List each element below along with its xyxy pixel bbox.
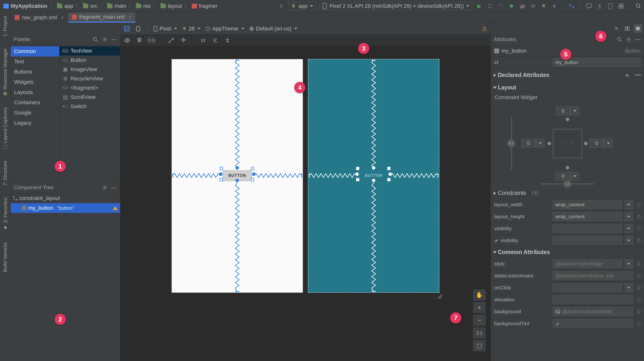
- cw-bottom-dd[interactable]: [570, 172, 579, 180]
- coverage-icon[interactable]: [540, 2, 547, 10]
- api-select[interactable]: 28: [182, 26, 200, 32]
- cw-top-dd[interactable]: [570, 106, 579, 115]
- attr-indicator-icon[interactable]: [637, 239, 640, 242]
- breadcrumb-res[interactable]: res: [134, 3, 152, 9]
- backgroundtint-input[interactable]: [553, 319, 633, 328]
- code-view-icon[interactable]: ≡: [612, 24, 620, 33]
- search-everywhere-icon[interactable]: [635, 2, 642, 10]
- cw-vrail[interactable]: [511, 117, 512, 170]
- dropdown-icon[interactable]: [624, 212, 633, 221]
- palette-cat-containers[interactable]: Containers: [11, 98, 59, 108]
- palette-item-textview[interactable]: AbTextView: [60, 46, 120, 56]
- attr-indicator-icon[interactable]: [637, 227, 640, 230]
- blueprint-surface[interactable]: BUTTON: [308, 59, 440, 293]
- breadcrumb-file[interactable]: fragmer: [190, 3, 219, 9]
- section-layout[interactable]: Layout: [491, 82, 644, 93]
- attr-indicator-icon[interactable]: [637, 322, 640, 325]
- apply-changes-icon[interactable]: [486, 2, 494, 10]
- run-config-device[interactable]: Pixel 2 XL API 28 (minSdk(API 29) > devi…: [320, 2, 472, 10]
- design-surface[interactable]: BUTTON: [172, 59, 303, 293]
- palette-item-scrollview[interactable]: ▤ScrollView: [60, 92, 120, 102]
- palette-item-fragment[interactable]: <><fragment>: [60, 83, 120, 92]
- layout-height-input[interactable]: wrap_content: [553, 212, 622, 221]
- layout-inspector-icon[interactable]: [618, 2, 625, 10]
- elevation-input[interactable]: [553, 295, 633, 304]
- zoom-frame-button[interactable]: ▢: [473, 340, 486, 351]
- gear-icon[interactable]: [102, 36, 108, 43]
- magnet-icon[interactable]: [136, 37, 143, 44]
- breadcrumb-root[interactable]: MyApplication: [2, 3, 49, 9]
- toolwin-resource-manager[interactable]: Resource Manager: [2, 46, 8, 98]
- pack-icon[interactable]: [200, 37, 206, 44]
- search-icon[interactable]: [616, 36, 622, 43]
- cw-box[interactable]: 》 《: [553, 129, 582, 158]
- cw-left-dd[interactable]: [536, 139, 544, 148]
- layout-width-input[interactable]: wrap_content: [553, 200, 622, 209]
- handle-top[interactable]: [372, 166, 375, 170]
- minimize-icon[interactable]: —: [635, 36, 641, 43]
- section-declared[interactable]: Declared Attributes ＋—: [491, 68, 644, 82]
- cw-right-margin[interactable]: 0: [590, 139, 604, 148]
- attr-indicator-icon[interactable]: [637, 274, 640, 278]
- handle-right[interactable]: [388, 172, 392, 176]
- avd-manager-icon[interactable]: [585, 2, 592, 10]
- cw-right-dd[interactable]: [604, 139, 613, 148]
- resize-tl[interactable]: [220, 167, 223, 170]
- palette-cat-widgets[interactable]: Widgets: [11, 77, 59, 87]
- guideline-icon[interactable]: [224, 37, 231, 44]
- gear-icon[interactable]: [626, 36, 632, 43]
- handle-bottom[interactable]: [236, 179, 239, 182]
- minimize-icon[interactable]: —: [111, 184, 117, 191]
- attr-indicator-icon[interactable]: [637, 262, 640, 266]
- resize-bl[interactable]: [220, 178, 223, 181]
- breadcrumb-main[interactable]: main: [106, 3, 128, 9]
- theme-select[interactable]: AppTheme: [205, 26, 244, 32]
- add-icon[interactable]: ＋: [624, 71, 630, 80]
- cw-bottom-dot[interactable]: [566, 166, 569, 169]
- close-icon[interactable]: ×: [61, 15, 64, 20]
- cw-top-margin[interactable]: 0: [556, 106, 570, 115]
- dropdown-icon[interactable]: [624, 236, 633, 245]
- onclick-input[interactable]: [553, 283, 622, 292]
- palette-item-switch[interactable]: •○Switch: [60, 102, 120, 111]
- resize-bl[interactable]: [356, 178, 359, 181]
- attach-debugger-icon[interactable]: [529, 2, 536, 10]
- dropdown-icon[interactable]: [624, 283, 633, 292]
- design-canvas[interactable]: BUTTON BUTTON: [120, 46, 490, 361]
- section-constraints[interactable]: Constraints (4): [491, 187, 644, 199]
- attr-indicator-icon[interactable]: [637, 310, 640, 313]
- toolwin-layout-captures[interactable]: Layout Captures: [2, 105, 8, 152]
- align-icon[interactable]: [212, 37, 219, 44]
- palette-cat-text[interactable]: Text: [11, 56, 59, 67]
- surface-resize-icon[interactable]: [436, 293, 443, 300]
- sdk-manager-icon[interactable]: [596, 2, 603, 10]
- warning-icon[interactable]: [113, 206, 118, 210]
- orientation-icon[interactable]: [135, 26, 141, 32]
- cw-hrail[interactable]: [541, 184, 594, 184]
- stop-icon[interactable]: ■: [551, 2, 558, 10]
- tools-visibility-input[interactable]: [553, 236, 622, 245]
- infer-constraints-icon[interactable]: [180, 37, 187, 44]
- default-margin[interactable]: 0dp: [148, 37, 155, 44]
- warning-icon[interactable]: ⚠: [482, 25, 487, 32]
- dropdown-icon[interactable]: [624, 224, 633, 233]
- run-config-module[interactable]: app: [288, 2, 316, 10]
- attr-indicator-icon[interactable]: [637, 286, 640, 290]
- palette-item-imageview[interactable]: ▣ImageView: [60, 65, 120, 74]
- palette-cat-legacy[interactable]: Legacy: [11, 118, 59, 128]
- resize-br[interactable]: [387, 178, 390, 181]
- handle-left[interactable]: [355, 172, 359, 176]
- zoom-in-button[interactable]: +: [473, 302, 486, 313]
- breadcrumb-layout[interactable]: layout: [159, 3, 184, 9]
- close-icon[interactable]: ×: [128, 14, 132, 20]
- profiler-icon[interactable]: [518, 2, 526, 10]
- breadcrumb-src[interactable]: src: [82, 3, 99, 9]
- surface-select-icon[interactable]: [124, 26, 130, 32]
- sync-icon[interactable]: [568, 2, 575, 10]
- palette-item-button[interactable]: ▭Button: [60, 56, 120, 65]
- remove-icon[interactable]: —: [635, 71, 641, 80]
- resize-tr[interactable]: [251, 167, 254, 170]
- gear-icon[interactable]: [102, 184, 108, 191]
- palette-cat-google[interactable]: Google: [11, 108, 59, 118]
- search-icon[interactable]: [92, 36, 99, 43]
